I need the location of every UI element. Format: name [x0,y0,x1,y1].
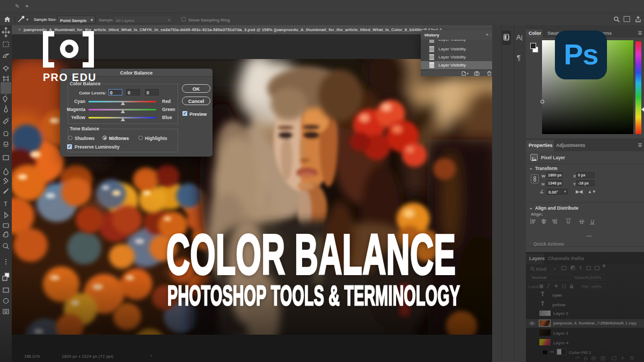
svg-text:PRO EDU: PRO EDU [43,71,97,83]
svg-text:T: T [4,201,8,207]
